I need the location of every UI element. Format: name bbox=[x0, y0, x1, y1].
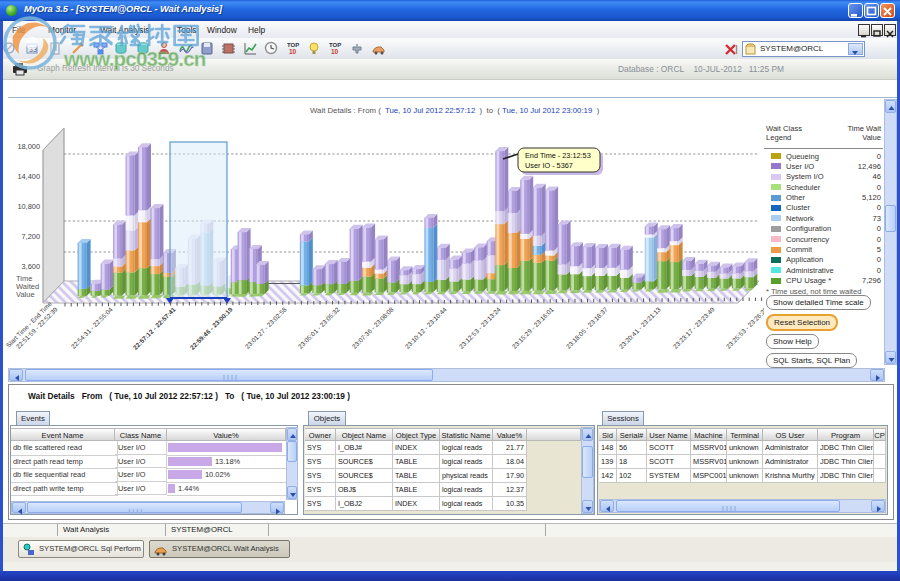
svg-text:Start Time - End Time: Start Time - End Time bbox=[4, 300, 53, 349]
svg-text:End Time - 23:12:53: End Time - 23:12:53 bbox=[525, 151, 591, 160]
svg-text:14,400: 14,400 bbox=[17, 172, 40, 181]
svg-text:23:20:41 - 23:21:13: 23:20:41 - 23:21:13 bbox=[618, 305, 662, 349]
svg-text:23:05:01 - 23:05:32: 23:05:01 - 23:05:32 bbox=[297, 305, 341, 349]
svg-text:22:57:12 - 22:57:41: 22:57:12 - 22:57:41 bbox=[132, 305, 177, 350]
svg-text:23:12:53 - 23:13:24: 23:12:53 - 23:13:24 bbox=[458, 305, 502, 349]
svg-text:10,800: 10,800 bbox=[17, 202, 40, 211]
svg-text:23:10:12 - 23:10:44: 23:10:12 - 23:10:44 bbox=[404, 305, 448, 349]
svg-text:3,600: 3,600 bbox=[22, 262, 41, 271]
svg-text:Value: Value bbox=[16, 290, 35, 299]
svg-text:23:23:17 - 23:23:49: 23:23:17 - 23:23:49 bbox=[672, 305, 716, 349]
svg-text:22:59:46 - 23:00:19: 22:59:46 - 23:00:19 bbox=[189, 305, 234, 350]
svg-text:23:07:36 - 23:08:08: 23:07:36 - 23:08:08 bbox=[351, 305, 395, 349]
svg-text:23:25:53 - 23:26:25: 23:25:53 - 23:26:25 bbox=[725, 305, 769, 349]
svg-text:User IO - 5367: User IO - 5367 bbox=[525, 161, 573, 170]
svg-text:22:54:31 - 22:55:04: 22:54:31 - 22:55:04 bbox=[70, 305, 114, 349]
svg-text:www.pc0359.cn: www.pc0359.cn bbox=[63, 47, 206, 70]
svg-text:7,200: 7,200 bbox=[22, 232, 41, 241]
svg-text:23:15:29 - 23:16:01: 23:15:29 - 23:16:01 bbox=[511, 305, 555, 349]
svg-text:18,000: 18,000 bbox=[17, 142, 40, 151]
svg-text:23:01:27 - 23:02:58: 23:01:27 - 23:02:58 bbox=[244, 305, 288, 349]
svg-text:23:18:05 - 23:18:37: 23:18:05 - 23:18:37 bbox=[565, 305, 609, 349]
